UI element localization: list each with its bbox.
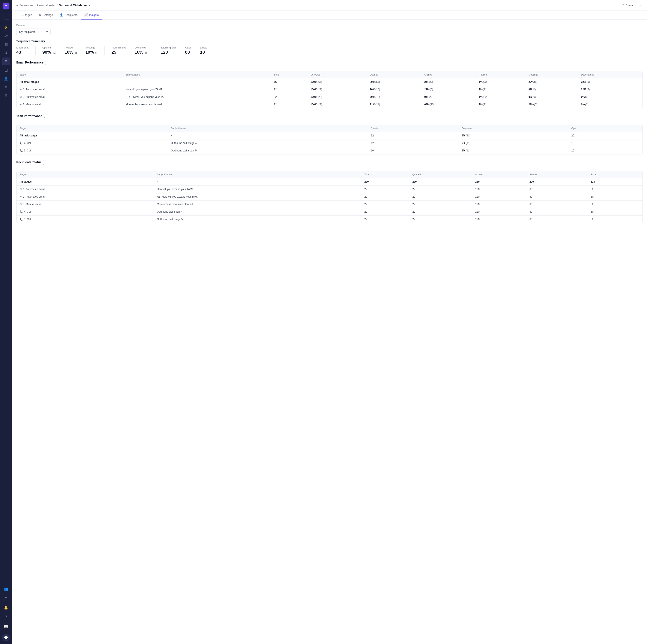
- breadcrumb-sequence-name: Outbound Mid-Market: [59, 4, 87, 7]
- sidebar-icon-globe[interactable]: ⊕: [2, 83, 10, 91]
- cell-meetings: 0%(0): [525, 86, 578, 93]
- sidebar-icon-chart[interactable]: ▦: [2, 40, 10, 48]
- cell-sent: 22: [271, 93, 308, 101]
- col-sent: Sent: [271, 71, 308, 78]
- add-button[interactable]: +: [3, 13, 9, 20]
- cell-stage: 📞5. Call: [16, 147, 168, 154]
- breadcrumb-dropdown-icon[interactable]: ▾: [89, 4, 90, 7]
- cell-stage: All stages: [16, 178, 154, 186]
- table-row: 📞5. Call Outbound call: stage 5 10 5%(11…: [16, 147, 643, 154]
- tab-stages[interactable]: ⬡ Stages: [16, 11, 35, 19]
- cell-subject: Outbound call: stage 5: [168, 147, 368, 154]
- cell-clicked: 22%(5): [421, 86, 476, 93]
- sidebar-icon-lightning[interactable]: ⚡: [2, 23, 10, 31]
- cell-paused: 80: [526, 201, 588, 208]
- col-subject: Subject/Name: [168, 125, 368, 132]
- cell-subject: Outbound call: stage 4: [168, 139, 368, 147]
- cell-replied: 1%(22): [476, 101, 525, 108]
- sidebar-icon-branch[interactable]: ⎇: [2, 32, 10, 40]
- email-performance-help-icon[interactable]: ?: [45, 63, 46, 66]
- col-replied: Replied: [476, 71, 525, 78]
- sidebar-icon-help[interactable]: ?: [2, 613, 10, 621]
- phone-icon: 📞: [19, 142, 23, 145]
- recipients-status-title: Recipients Status: [16, 160, 42, 164]
- cell-delivered: 100%(22): [307, 93, 367, 101]
- cell-subject: RE: How will you expand your TA: [123, 93, 271, 101]
- engagement-group: Opened 90%(40) Replied 10%(5) Meetings 1…: [43, 46, 105, 55]
- cell-exited: 50: [588, 186, 643, 193]
- topbar: ≡ Sequences / Personal folder / Outbound…: [12, 0, 647, 11]
- tab-recipients-label: Recipients: [64, 13, 77, 16]
- breadcrumb-sep-1: /: [34, 4, 35, 7]
- phone-icon: 📞: [19, 149, 23, 152]
- cell-paused: 80: [526, 216, 588, 223]
- cell-stage: 📞4. Call: [16, 139, 168, 147]
- cell-stage: ✉1. Automated email: [16, 186, 154, 193]
- sidebar-icon-bell[interactable]: 🔔: [2, 604, 10, 612]
- recipients-status-section: Recipients Status ? Stage Subject/Name T…: [16, 160, 643, 223]
- stat-total-recipients: Total recipients 120: [161, 46, 180, 55]
- select-chevron-icon: ▾: [46, 30, 48, 33]
- data-for-select[interactable]: My recipients ▾: [16, 28, 51, 35]
- email-performance-section: Email Performance ? Stage Subject/Name S…: [16, 61, 643, 108]
- stat-tasks-created: Tasks created 25: [112, 46, 130, 55]
- cell-paused: 80: [526, 193, 588, 201]
- share-button[interactable]: ⇪ Share: [619, 2, 636, 8]
- cell-queued: 22: [409, 193, 472, 201]
- tab-settings[interactable]: ⚙ Settings: [35, 11, 56, 19]
- sidebar-icon-users[interactable]: 👥: [2, 585, 10, 592]
- sidebar-icon-download[interactable]: ⬇: [2, 49, 10, 57]
- chat-button[interactable]: 💬: [2, 634, 10, 641]
- table-row: All task stages - 22 5%(11) 20: [16, 132, 643, 139]
- tab-recipients[interactable]: 👤 Recipients: [56, 11, 81, 19]
- sidebar-icon-layers[interactable]: ◫: [2, 66, 10, 74]
- recipients-group: Total recipients 120 Active 80 Exitted 1…: [161, 46, 207, 55]
- stat-exitted: Exitted 10: [200, 46, 207, 55]
- email-icon: ✉: [19, 103, 22, 106]
- more-button[interactable]: ⋮: [639, 3, 643, 8]
- sidebar-icon-person[interactable]: 👤: [2, 75, 10, 82]
- topbar-actions: ⇪ Share ⋮: [619, 2, 643, 8]
- settings-tab-icon: ⚙: [39, 13, 42, 16]
- table-row: ✉2. Automated email RE: How will you exp…: [16, 193, 643, 201]
- cell-stage: ✉1. Automated email: [16, 86, 123, 93]
- cell-subject: RE: How will you expand your TAM?: [154, 193, 361, 201]
- app-logo[interactable]: M: [3, 3, 9, 9]
- share-icon: ⇪: [622, 4, 624, 7]
- phone-icon: 📞: [19, 218, 23, 221]
- cell-sent: 66: [271, 78, 308, 86]
- cell-replied: 1%(22): [476, 78, 525, 86]
- cell-created: 10: [368, 147, 459, 154]
- sidebar-icon-sequences[interactable]: ≡: [2, 58, 10, 65]
- cell-subject: Outbound call: stage 4: [154, 208, 361, 216]
- table-row: 📞4. Call Outbound call: stage 4 22 22 12…: [16, 208, 643, 216]
- cell-stage: All email stages: [16, 78, 123, 86]
- tabs: ⬡ Stages ⚙ Settings 👤 Recipients 📈 Insig…: [12, 11, 647, 19]
- email-icon: ✉: [19, 188, 22, 191]
- cell-exited: 50: [588, 201, 643, 208]
- table-row: 📞4. Call Outbound call: stage 4 12 5%(11…: [16, 139, 643, 147]
- task-performance-help-icon[interactable]: ?: [43, 116, 45, 119]
- sidebar-icon-book[interactable]: 📖: [2, 623, 10, 630]
- cell-stage: ✉2. Automated email: [16, 193, 154, 201]
- col-total: Total: [361, 171, 410, 178]
- task-performance-table-wrap: Stage Subject/Name Created Completed Ope…: [16, 125, 643, 154]
- sidebar-icon-gear[interactable]: ⚙: [2, 594, 10, 602]
- table-row: ✉1. Automated email How will you expand …: [16, 86, 643, 93]
- breadcrumb-sequences[interactable]: Sequences: [19, 4, 33, 7]
- recipients-status-help-icon[interactable]: ?: [43, 162, 44, 165]
- breadcrumb-folder[interactable]: Personal folder: [37, 4, 55, 7]
- cell-subject: Outbound call: stage 5: [154, 216, 361, 223]
- cell-meetings: 0%(0): [525, 93, 578, 101]
- col-stage: Stage: [16, 171, 154, 178]
- recipients-table-header: Stage Subject/Name Total Queued Active P…: [16, 171, 643, 178]
- cell-total: 22: [361, 208, 410, 216]
- cell-open: 10: [568, 139, 643, 147]
- data-for-section: Data for My recipients ▾: [16, 24, 643, 35]
- tab-insights[interactable]: 📈 Insights: [81, 11, 102, 19]
- cell-replied: 1%(22): [476, 86, 525, 93]
- cell-queued: 22: [409, 208, 472, 216]
- phone-icon: 📞: [19, 210, 23, 213]
- cell-active: 120: [472, 201, 526, 208]
- sidebar-icon-database[interactable]: ☰: [2, 92, 10, 99]
